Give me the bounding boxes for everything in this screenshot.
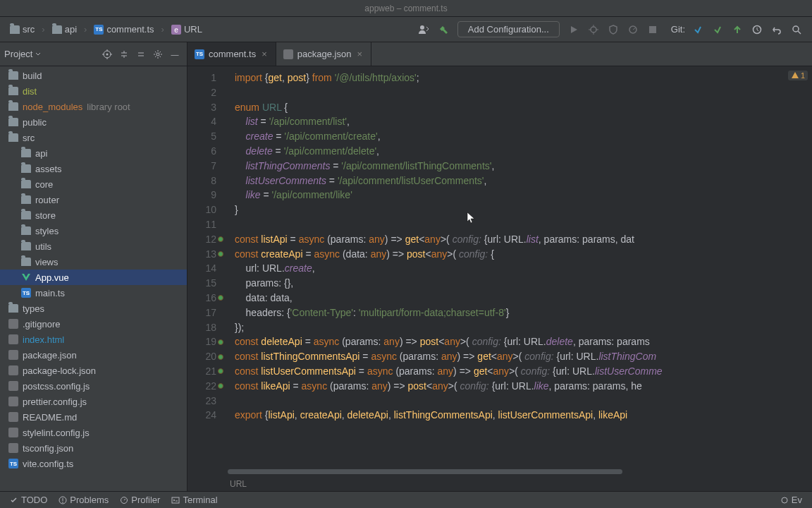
tree-item[interactable]: postcss.config.js [0, 378, 187, 394]
git-commit-icon[interactable] [708, 20, 727, 40]
tree-item[interactable]: App.vue [0, 270, 187, 285]
tool-window-todo[interactable]: TODO [4, 493, 53, 507]
tree-item[interactable]: .gitignore [0, 316, 187, 332]
tree-item[interactable]: public [0, 114, 187, 130]
warning-badge[interactable]: 1 [788, 71, 808, 80]
tree-item[interactable]: utils [0, 238, 187, 254]
breadcrumb-item[interactable]: TScomment.ts [90, 23, 158, 36]
editor: TScomment.ts×package.json× 1234567891011… [187, 42, 812, 491]
project-tool-window: Project — builddistnode_modules library … [0, 42, 187, 491]
git-push-icon[interactable] [727, 20, 747, 40]
tree-item[interactable]: prettier.config.js [0, 394, 187, 409]
gear-icon[interactable] [150, 47, 166, 62]
minimize-icon[interactable]: — [167, 47, 183, 62]
tree-item[interactable]: dist [0, 83, 187, 99]
close-icon[interactable]: × [355, 49, 364, 59]
svg-point-14 [106, 53, 109, 55]
expand-all-icon[interactable] [116, 47, 132, 62]
tree-item[interactable]: core [0, 176, 187, 192]
tool-window-profiler[interactable]: Profiler [114, 493, 166, 507]
svg-point-22 [63, 502, 64, 503]
code-area[interactable]: 123456789101112131415161718192021222324 … [187, 66, 812, 468]
tree-item[interactable]: stylelint.config.js [0, 425, 187, 440]
git-history-icon[interactable] [747, 20, 767, 40]
svg-point-2 [420, 25, 424, 30]
tree-item[interactable]: src [0, 130, 187, 145]
debug-icon[interactable] [584, 20, 603, 40]
tree-item[interactable]: assets [0, 161, 187, 176]
tree-item[interactable]: node_modules library root [0, 99, 187, 114]
tree-item[interactable]: TSmain.ts [0, 285, 187, 301]
tree-item[interactable]: store [0, 207, 187, 223]
code-lines[interactable]: import {get, post} from '/@/utils/http/a… [226, 66, 812, 468]
tree-item[interactable]: api [0, 145, 187, 161]
project-dropdown[interactable]: Project [4, 49, 99, 59]
locate-icon[interactable] [99, 47, 115, 62]
horizontal-scrollbar[interactable] [226, 468, 806, 476]
project-tree[interactable]: builddistnode_modules library rootpublic… [0, 66, 187, 491]
bottom-toolbar: TODOProblemsProfilerTerminal Ev [0, 491, 812, 508]
run-icon[interactable] [564, 20, 584, 40]
tool-window-problems[interactable]: Problems [53, 493, 114, 507]
svg-line-12 [798, 31, 801, 34]
tree-item[interactable]: types [0, 301, 187, 316]
editor-tabs: TScomment.ts×package.json× [187, 42, 812, 66]
tree-item[interactable]: tsconfig.json [0, 440, 187, 456]
svg-rect-9 [649, 26, 656, 33]
titlebar: appweb – comment.ts [0, 0, 812, 17]
git-label: Git: [671, 24, 688, 35]
close-icon[interactable]: × [260, 49, 269, 59]
svg-point-3 [591, 27, 596, 32]
tree-item[interactable]: views [0, 254, 187, 270]
tool-window-eventlog[interactable]: Ev [775, 493, 808, 507]
profile-icon[interactable] [623, 20, 643, 40]
breadcrumb-item[interactable]: src [6, 23, 39, 36]
gutter: 123456789101112131415161718192021222324 [187, 66, 226, 468]
editor-tab[interactable]: TScomment.ts× [187, 42, 276, 66]
svg-point-25 [782, 497, 787, 503]
tree-item[interactable]: index.html [0, 332, 187, 347]
breadcrumb: src›api›TScomment.ts›eURL [6, 23, 207, 36]
run-configuration[interactable]: Add Configuration... [457, 21, 560, 37]
tree-item[interactable]: router [0, 192, 187, 207]
editor-tab[interactable]: package.json× [276, 42, 371, 66]
tool-window-terminal[interactable]: Terminal [166, 493, 223, 507]
git-rollback-icon[interactable] [767, 20, 787, 40]
tree-item[interactable]: package.json [0, 347, 187, 363]
tree-item[interactable]: TSvite.config.ts [0, 456, 187, 471]
breadcrumb-item[interactable]: api [48, 23, 81, 36]
tree-item[interactable]: package-lock.json [0, 363, 187, 378]
breadcrumb-bottom: URL [187, 477, 812, 491]
svg-text:e: e [174, 26, 178, 34]
hammer-icon[interactable] [433, 20, 453, 40]
search-icon[interactable] [787, 20, 806, 40]
svg-point-19 [156, 53, 159, 56]
collapse-all-icon[interactable] [133, 47, 149, 62]
tree-item[interactable]: styles [0, 223, 187, 238]
svg-point-11 [793, 26, 799, 32]
user-icon[interactable] [414, 20, 433, 40]
coverage-icon[interactable] [603, 20, 623, 40]
main-toolbar: src›api›TScomment.ts›eURL Add Configurat… [0, 17, 812, 42]
breadcrumb-item[interactable]: eURL [167, 23, 207, 36]
git-update-icon[interactable] [688, 20, 708, 40]
tree-item[interactable]: build [0, 68, 187, 83]
tree-item[interactable]: README.md [0, 409, 187, 425]
stop-icon[interactable] [643, 20, 663, 40]
